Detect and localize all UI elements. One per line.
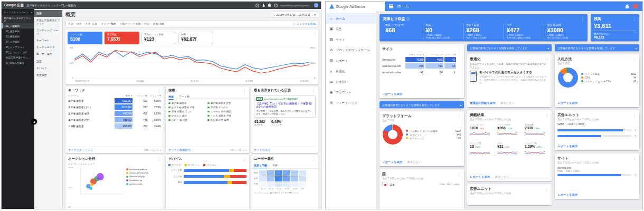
ad-headline[interactable]: 【楽戸塚】口コミで評判の歯医者｜戸塚駅 徒歩3分の歯科医院 bbox=[256, 102, 314, 109]
search-term[interactable]: おすすめ 歯医者 戸塚 bbox=[168, 106, 207, 110]
legend-item[interactable]: パソコン bbox=[203, 164, 216, 166]
sidebar-item-home[interactable]: ⌂ホーム bbox=[326, 13, 376, 24]
next-page-icon[interactable]: › bbox=[245, 148, 247, 151]
date-range-picker[interactable]: ‹ 2018年9月17日～10月16日 › ▾ bbox=[271, 12, 318, 18]
search-icon[interactable]: ⌕ bbox=[255, 4, 259, 7]
legend-item[interactable]: yushica.com bbox=[126, 183, 161, 185]
collapse-sidebar-button[interactable]: ◀ bbox=[31, 119, 37, 124]
metric-card[interactable]: 表示回数7.55万 bbox=[105, 32, 139, 44]
more-options-icon[interactable]: ⋮ bbox=[633, 57, 637, 61]
info-banner[interactable]: お客様の参考になりそうな情報を表示しています ▴ bbox=[467, 44, 552, 51]
more-options-icon[interactable]: ⋮ bbox=[157, 89, 161, 92]
search-term[interactable]: われた 歯 治療 bbox=[168, 118, 207, 122]
search-term[interactable]: こども 歯医者 戸塚 bbox=[207, 114, 247, 118]
campaign-item[interactable]: 01_一般案内 bbox=[2, 23, 34, 28]
table-row[interactable]: 戸塚駅 歯医者¥66,2803503.44% bbox=[65, 123, 164, 129]
search-term[interactable]: 楽戸塚 歯医者 評判 bbox=[207, 101, 247, 106]
more-options-icon[interactable]: ⋮ bbox=[545, 187, 549, 191]
search-term[interactable]: スマート 歯科 矯正 bbox=[207, 110, 247, 114]
campaign-item[interactable]: 03_審美歯科 bbox=[2, 34, 34, 39]
more-options-icon[interactable]: ⋮ bbox=[545, 113, 549, 117]
view-report-link[interactable]: レポートを表示 bbox=[557, 101, 577, 105]
tab-item[interactable]: 年齢 bbox=[272, 162, 278, 168]
tab-item[interactable]: 検索 bbox=[168, 94, 174, 100]
avatar[interactable] bbox=[314, 3, 318, 7]
legend-item[interactable]: localplace.jp bbox=[126, 179, 161, 181]
more-options-icon[interactable]: ⋮ bbox=[243, 157, 247, 161]
sidebar-item-block[interactable]: ⊘ブロックのコントロール bbox=[326, 45, 376, 55]
heatmap-cell[interactable] bbox=[275, 182, 282, 187]
all-ads-link[interactable]: すべての広告 bbox=[254, 148, 271, 152]
campaign-item[interactable]: 04_小児歯科 bbox=[2, 39, 34, 44]
more-options-icon[interactable]: ⋮ bbox=[458, 172, 461, 176]
heatmap-cell[interactable] bbox=[299, 182, 306, 187]
table-row[interactable]: 楽戸塚 歯医者 口コミ¥110,3945877.73% bbox=[65, 104, 164, 110]
heatmap-cell[interactable] bbox=[283, 170, 290, 176]
heatmap-cell[interactable] bbox=[283, 176, 290, 181]
legend-item[interactable]: takesue-oi.gr.jp bbox=[126, 175, 161, 178]
table-row[interactable]: jilensya.info¥1068460042 bbox=[380, 56, 464, 63]
add-filter-button[interactable]: ＋ フィルタを追加 bbox=[292, 22, 316, 26]
heatmap-cell[interactable] bbox=[275, 176, 282, 181]
sidebar-nav-item[interactable]: オーディエンス bbox=[34, 44, 62, 51]
edit-icon[interactable]: ✎ bbox=[634, 174, 637, 177]
edit-icon[interactable]: ✎ bbox=[634, 129, 637, 132]
heatmap-cell[interactable] bbox=[275, 170, 282, 176]
heatmap-cell[interactable] bbox=[259, 176, 267, 181]
date-prev-icon[interactable]: ‹ bbox=[273, 13, 274, 16]
heatmap-cell[interactable] bbox=[291, 176, 298, 181]
filter-chip[interactable]: 有効 bbox=[68, 22, 73, 25]
legend-item[interactable]: デスクトップ¥3 bbox=[406, 137, 461, 140]
legend-item[interactable]: タブレット¥43 bbox=[406, 133, 461, 136]
notifications-icon[interactable] bbox=[268, 3, 271, 7]
heatmap-cell[interactable] bbox=[299, 176, 306, 181]
sidebar-nav-item[interactable]: 設定 bbox=[34, 58, 62, 65]
sidebar-nav-item[interactable]: 概要 bbox=[34, 10, 62, 17]
tab-item[interactable]: 性別と年齢 bbox=[254, 162, 267, 168]
heatmap-cell[interactable] bbox=[259, 170, 267, 176]
heatmap-cell[interactable] bbox=[267, 176, 274, 181]
filter-chip[interactable]: 上限クリック単価（手動）: 自動: ¥86 bbox=[119, 22, 164, 25]
info-banner[interactable]: お客様の参考になりそうな情報を表示しています ▴ bbox=[555, 44, 639, 51]
reports-icon[interactable] bbox=[262, 4, 266, 7]
campaign-item[interactable]: 商品広告戸塚クリニック bbox=[2, 55, 34, 60]
heatmap-cell[interactable] bbox=[283, 182, 290, 187]
metric-card[interactable]: 費用¥62.8万 bbox=[178, 32, 213, 44]
edit-icon[interactable]: ✎ bbox=[634, 135, 637, 138]
metric-card[interactable]: 平均クリック単価¥123 bbox=[141, 32, 176, 44]
more-options-icon[interactable]: ⋮ bbox=[633, 113, 637, 117]
search-term[interactable]: ひまわり 歯科 bbox=[168, 114, 207, 118]
view-report-link[interactable]: レポートを表示 bbox=[382, 92, 402, 96]
all-keywords-link[interactable]: すべてのキーワード bbox=[68, 148, 93, 152]
sidebar-item-optimization[interactable]: ◐最適化 bbox=[326, 66, 376, 76]
table-row[interactable]: 楽戸塚 歯医者¥111,3879238.38% bbox=[65, 98, 164, 104]
all-campaigns-selector[interactable]: すべてのキャンペーン ▾ bbox=[2, 9, 34, 15]
more-options-icon[interactable]: ⋮ bbox=[157, 157, 161, 161]
heatmap-cell[interactable] bbox=[267, 170, 274, 176]
legend-item[interactable]: hashira-anzaku.jp bbox=[126, 168, 161, 170]
campaign-item[interactable]: 02_矯正歯科 bbox=[2, 28, 34, 34]
sidebar-item-payments[interactable]: ▭お支払い bbox=[326, 76, 376, 87]
search-term[interactable]: 楽戸塚 デンタル bbox=[207, 106, 247, 110]
country-row[interactable]: 日本¥268 - ¥347（-56%） bbox=[380, 181, 464, 188]
prev-page-icon[interactable]: ‹ bbox=[243, 148, 244, 151]
optimization-details-link[interactable]: 最適化の詳細を表示 bbox=[470, 101, 496, 105]
avatar[interactable] bbox=[633, 4, 638, 9]
adsense-logo[interactable]: Google AdSense bbox=[326, 2, 385, 11]
campaign-item[interactable]: 旧_検索広告案内 bbox=[2, 60, 34, 65]
search-term[interactable]: 楽戸塚 歯医者 bbox=[168, 101, 207, 106]
legend-item[interactable]: モバイル bbox=[168, 164, 181, 166]
dismiss-link[interactable]: 表示しない bbox=[407, 160, 421, 164]
legend-item[interactable]: アクティブ ビュー CPM¥3 bbox=[581, 80, 636, 83]
view-report-link[interactable]: レポートを表示 bbox=[382, 160, 402, 164]
heatmap-cell[interactable] bbox=[291, 182, 298, 187]
more-options-icon[interactable]: ⋮ bbox=[632, 17, 636, 21]
view-report-link[interactable]: レポートを表示 bbox=[557, 193, 577, 197]
more-options-icon[interactable]: ⋮ bbox=[243, 89, 247, 92]
more-options-icon[interactable]: ⋮ bbox=[312, 89, 316, 92]
heatmap-cell[interactable] bbox=[291, 170, 298, 176]
more-options-icon[interactable]: ⋮ bbox=[633, 157, 637, 160]
sidebar-item-account[interactable]: ◉アカウント bbox=[326, 87, 376, 98]
account-item[interactable]: 楽戸塚デンタルクリニック bbox=[2, 15, 34, 23]
info-banner[interactable]: お客様の参考になりそうな情報を表示しています ▴ bbox=[380, 101, 464, 108]
